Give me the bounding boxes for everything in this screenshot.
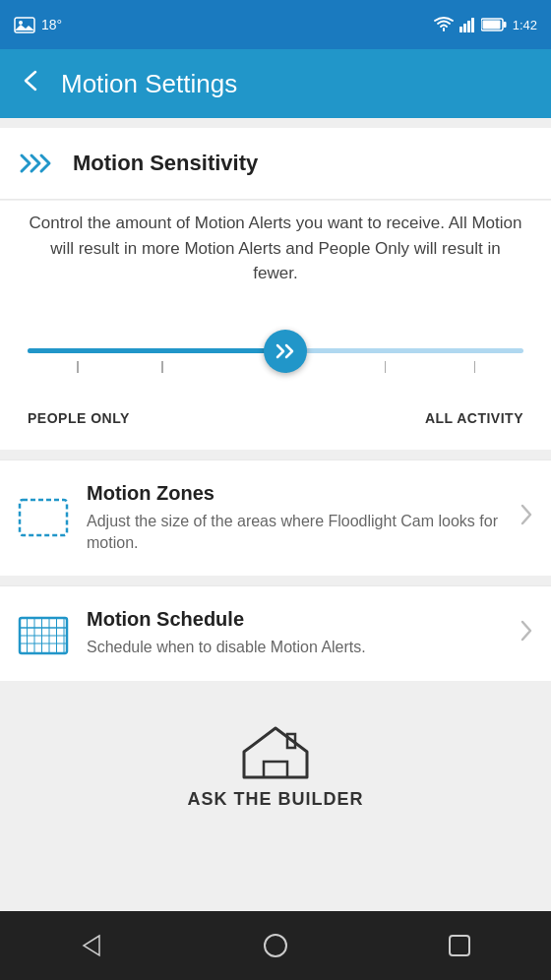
svg-rect-10: [20, 500, 67, 535]
motion-zones-title: Motion Zones: [87, 482, 502, 505]
svg-rect-9: [482, 21, 500, 30]
house-icon-svg: [236, 720, 315, 779]
back-button[interactable]: [18, 68, 43, 99]
slider-labels: PEOPLE ONLY ALL ACTIVITY: [28, 410, 523, 426]
svg-point-23: [265, 935, 286, 956]
nav-back-button[interactable]: [72, 926, 111, 965]
app-bar: Motion Settings: [0, 49, 551, 118]
motion-schedule-title: Motion Schedule: [87, 608, 502, 631]
slider-section: PEOPLE ONLY ALL ACTIVITY: [0, 306, 551, 450]
svg-rect-6: [471, 18, 474, 32]
motion-zones-card[interactable]: Motion Zones Adjust the size of the area…: [0, 459, 551, 577]
slider-thumb[interactable]: [264, 330, 307, 373]
motion-zones-item[interactable]: Motion Zones Adjust the size of the area…: [0, 459, 551, 577]
section-header: Motion Sensitivity: [0, 128, 551, 199]
triple-chevron-icon: [18, 148, 59, 179]
photo-icon: [14, 16, 35, 33]
status-bar-left: 18°: [14, 16, 62, 33]
svg-point-1: [19, 21, 23, 25]
svg-rect-5: [467, 21, 470, 32]
motion-schedule-text: Motion Schedule Schedule when to disable…: [87, 608, 502, 658]
svg-rect-3: [459, 27, 462, 32]
slider-right-label: ALL ACTIVITY: [425, 410, 523, 426]
motion-schedule-item[interactable]: Motion Schedule Schedule when to disable…: [0, 585, 551, 680]
thumb-arrows-icon: [274, 341, 297, 361]
svg-rect-24: [450, 936, 469, 955]
tick-5: [474, 361, 476, 373]
clock: 1:42: [513, 18, 537, 32]
svg-rect-8: [503, 22, 506, 28]
motion-zones-text: Motion Zones Adjust the size of the area…: [87, 482, 502, 555]
schedule-icon-svg: [18, 612, 69, 655]
tick-4: [385, 361, 387, 373]
main-content: Motion Sensitivity Control the amount of…: [0, 118, 551, 911]
branding-text: ASK THE BUILDER: [0, 789, 551, 810]
svg-rect-4: [463, 24, 466, 32]
signal-icon: [459, 17, 475, 32]
slider-left-label: PEOPLE ONLY: [28, 410, 130, 426]
tick-1: [77, 361, 79, 373]
battery-icon: [481, 18, 507, 31]
status-bar: 18° 1:42: [0, 0, 551, 49]
motion-schedule-desc: Schedule when to disable Motion Alerts.: [87, 637, 502, 658]
slider-fill: [28, 348, 285, 353]
motion-schedule-icon: [18, 612, 69, 655]
svg-marker-22: [84, 936, 99, 955]
tick-2: [161, 361, 163, 373]
wifi-icon: [434, 17, 454, 32]
section-title: Motion Sensitivity: [73, 151, 258, 176]
nav-recents-button[interactable]: [440, 926, 479, 965]
motion-zones-chevron: [520, 504, 533, 531]
motion-zones-desc: Adjust the size of the areas where Flood…: [87, 511, 502, 555]
svg-marker-2: [15, 25, 34, 31]
branding-section: ASK THE BUILDER: [0, 691, 551, 829]
motion-schedule-chevron: [520, 620, 533, 647]
nav-home-button[interactable]: [256, 926, 295, 965]
status-bar-right: 1:42: [434, 17, 537, 32]
page-title: Motion Settings: [61, 69, 237, 99]
zones-icon-svg: [18, 498, 69, 537]
temperature: 18°: [41, 17, 62, 32]
sensitivity-description: Control the amount of Motion Alerts you …: [0, 200, 551, 306]
house-icon: [0, 720, 551, 783]
motion-zones-icon: [18, 496, 69, 539]
slider-container[interactable]: [28, 322, 523, 381]
motion-sensitivity-card: Motion Sensitivity Control the amount of…: [0, 128, 551, 450]
nav-bar: [0, 911, 551, 980]
slider-track: [28, 348, 523, 353]
motion-schedule-card[interactable]: Motion Schedule Schedule when to disable…: [0, 585, 551, 680]
